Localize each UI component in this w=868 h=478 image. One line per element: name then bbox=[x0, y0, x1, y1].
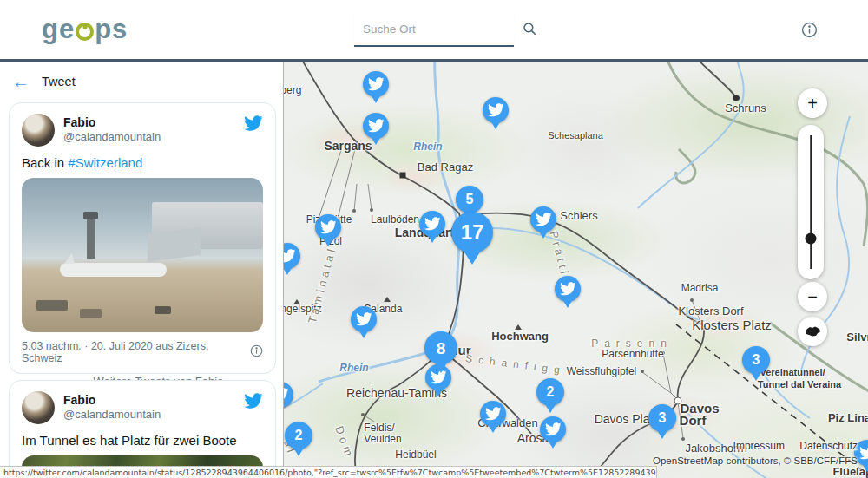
twitter-bird-icon bbox=[560, 282, 576, 296]
tweet-timestamp[interactable]: 5:03 nachm. · 20. Juli 2020 aus Zizers, … bbox=[22, 340, 250, 364]
cluster-count: 3 bbox=[659, 411, 667, 425]
impressum-link[interactable]: Impressum bbox=[733, 440, 785, 452]
tweet-card: Fabio @calandamountain Im Tunnel es hat … bbox=[9, 380, 276, 478]
map-pins: 51782332 bbox=[284, 62, 868, 478]
cluster-pin[interactable]: 8 bbox=[424, 331, 457, 364]
pin-tail bbox=[293, 448, 304, 456]
twitter-bird-icon bbox=[536, 213, 552, 226]
twitter-bird-icon bbox=[368, 77, 385, 91]
tweet-photo[interactable] bbox=[22, 178, 263, 332]
control-tower bbox=[87, 218, 95, 258]
panel-header: ← Tweet bbox=[0, 62, 283, 101]
airplane bbox=[60, 263, 166, 277]
tweet-pin[interactable] bbox=[315, 214, 341, 240]
tweet-pin[interactable] bbox=[419, 211, 445, 237]
tweet-pin[interactable] bbox=[483, 97, 509, 123]
tweet-info-icon[interactable] bbox=[250, 344, 263, 360]
pin-tail bbox=[435, 363, 447, 373]
pin-tail bbox=[751, 372, 761, 381]
ground-vehicle bbox=[80, 309, 102, 318]
logo-text-pre: ge bbox=[42, 14, 75, 45]
cluster-count: 8 bbox=[437, 340, 446, 357]
pin-tail bbox=[323, 238, 333, 246]
twitter-bird-icon bbox=[424, 217, 441, 231]
search-icon[interactable] bbox=[522, 21, 537, 36]
pin-tail bbox=[283, 405, 286, 414]
back-button[interactable]: ← bbox=[12, 72, 38, 92]
status-bar: https://twitter.com/calandamountain/stat… bbox=[0, 466, 657, 478]
zoom-slider-thumb[interactable] bbox=[806, 233, 817, 245]
tweet-text: Back in #Switzerland bbox=[22, 155, 263, 170]
cluster-pin[interactable]: 3 bbox=[742, 346, 770, 374]
twitter-bird-icon bbox=[356, 312, 372, 326]
tweet-pin[interactable] bbox=[283, 243, 300, 269]
twitter-icon[interactable] bbox=[244, 393, 263, 412]
tweet-panel: ← Tweet Fabio @calandamountain Back in #… bbox=[0, 62, 283, 478]
pin-tail bbox=[538, 230, 549, 239]
info-icon[interactable] bbox=[801, 22, 818, 38]
panel-title: Tweet bbox=[42, 75, 76, 88]
tweet-handle: @calandamountain bbox=[63, 130, 161, 143]
cluster-pin[interactable]: 17 bbox=[451, 212, 493, 253]
zoom-in-button[interactable]: + bbox=[798, 88, 827, 118]
pin-tail bbox=[562, 299, 573, 308]
app-window: ge ps ← Tweet bbox=[0, 0, 868, 478]
twitter-bird-icon bbox=[859, 446, 868, 460]
zoom-slider-track bbox=[810, 135, 812, 269]
cluster-pin[interactable]: 3 bbox=[648, 404, 676, 432]
pin-tail bbox=[464, 251, 481, 265]
twitter-bird-icon bbox=[283, 249, 295, 263]
datenschutz-link[interactable]: Datenschutz bbox=[799, 440, 858, 452]
cluster-pin[interactable]: 5 bbox=[456, 186, 483, 213]
tweet-author: Fabio bbox=[63, 115, 161, 129]
pin-tail bbox=[657, 430, 667, 439]
cluster-count: 2 bbox=[295, 429, 303, 442]
pin-tail bbox=[358, 330, 369, 338]
extent-button[interactable] bbox=[798, 317, 827, 346]
tweet-pin[interactable] bbox=[363, 113, 389, 139]
pin-tail bbox=[548, 440, 558, 449]
tweet-handle: @calandamountain bbox=[63, 408, 161, 421]
zoom-out-button[interactable]: − bbox=[798, 282, 827, 311]
switzerland-extent-icon bbox=[804, 325, 821, 337]
tweet-pin[interactable] bbox=[363, 71, 389, 97]
pin-tail bbox=[490, 121, 501, 129]
cluster-count: 3 bbox=[753, 353, 760, 367]
pin-tail bbox=[488, 424, 498, 433]
tweet-pin[interactable] bbox=[283, 382, 293, 408]
logo-o-icon bbox=[76, 23, 94, 41]
pin-tail bbox=[433, 388, 444, 396]
pin-tail bbox=[283, 266, 293, 275]
map[interactable]: erbergSargansRheinBad RagazSchrunsSchesa… bbox=[283, 62, 868, 478]
tweet-pin[interactable] bbox=[351, 306, 377, 332]
twitter-bird-icon bbox=[320, 220, 337, 234]
zoom-slider[interactable] bbox=[798, 125, 824, 279]
twitter-bird-icon bbox=[368, 119, 385, 133]
map-attribution: Impressum Datenschutz OpenStreetMap cont… bbox=[653, 440, 858, 466]
tweet-pin[interactable] bbox=[540, 416, 566, 442]
search-box bbox=[354, 12, 514, 47]
cluster-pin[interactable]: 2 bbox=[285, 422, 312, 449]
cluster-count: 2 bbox=[547, 385, 555, 399]
logo-text-post: ps bbox=[95, 14, 128, 45]
hashtag-link[interactable]: #Switzerland bbox=[68, 155, 142, 170]
cluster-count: 5 bbox=[466, 193, 474, 206]
avatar bbox=[22, 114, 55, 147]
cluster-pin[interactable]: 2 bbox=[536, 378, 564, 406]
pin-tail bbox=[427, 234, 437, 243]
tweet-pin[interactable] bbox=[555, 276, 581, 302]
header-divider bbox=[0, 59, 868, 62]
twitter-bird-icon bbox=[283, 388, 288, 402]
copyright-text: OpenStreetMap contributors, © SBB/CFF/FF… bbox=[653, 455, 858, 466]
tweet-text: Im Tunnel es hat Platz für zwei Boote bbox=[22, 433, 263, 448]
ground-vehicle bbox=[155, 306, 171, 314]
tweet-pin[interactable] bbox=[480, 401, 506, 427]
ground-vehicle bbox=[36, 300, 68, 311]
tweet-pin[interactable] bbox=[530, 206, 556, 232]
search-input[interactable] bbox=[354, 23, 522, 36]
tweet-card: Fabio @calandamountain Back in #Switzerl… bbox=[9, 102, 276, 374]
pin-tail bbox=[545, 404, 556, 413]
geops-logo[interactable]: ge ps bbox=[42, 14, 128, 45]
tweet-author: Fabio bbox=[63, 393, 161, 407]
twitter-icon[interactable] bbox=[244, 115, 263, 134]
